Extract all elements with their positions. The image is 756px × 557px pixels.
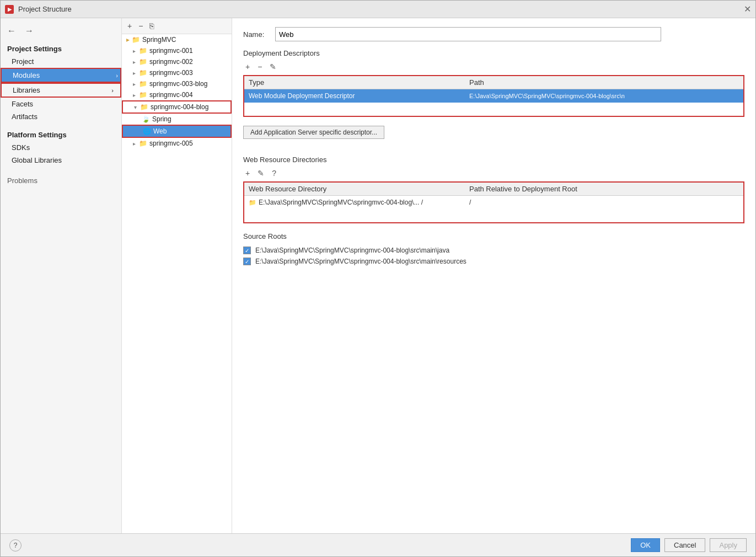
tree-add-button[interactable]: + [125, 20, 134, 31]
tree-copy-button[interactable]: ⎘ [147, 20, 156, 31]
folder-icon: ▸ [126, 36, 130, 44]
tree-item-springmvc-003[interactable]: ▸ 📁 springmvc-003 [122, 67, 232, 78]
wr-cell-path: / [465, 196, 743, 209]
arrow-icon: ▸ [133, 92, 136, 98]
tree-toolbar: + − ⎘ [122, 18, 232, 34]
tree-item-spring[interactable]: 🍃 Spring [122, 114, 232, 125]
web-resource-section: Web Resource Directories + ✎ ? Web Resou… [243, 156, 744, 223]
arrow-icon: ▸ [133, 70, 136, 76]
deployment-descriptors-table: Type Path Web Module Deployment Descript… [243, 75, 744, 117]
arrow-icon: ▾ [134, 104, 137, 110]
tree-content: ▸ 📁 SpringMVC ▸ 📁 springmvc-001 ▸ 📁 spri… [122, 34, 232, 533]
tree-panel: + − ⎘ ▸ 📁 SpringMVC ▸ 📁 springmvc-001 [122, 18, 232, 533]
sidebar-item-sdks[interactable]: SDKs [1, 141, 121, 154]
sidebar-item-facets[interactable]: Facets [1, 98, 121, 110]
apply-button[interactable]: Apply [710, 538, 747, 552]
spring-icon: 🍃 [142, 115, 150, 123]
folder-icon-001: 📁 [139, 47, 147, 55]
dd-cell-type: Web Module Deployment Descriptor [244, 89, 465, 103]
name-label: Name: [243, 30, 271, 39]
window-title: Project Structure [18, 5, 72, 13]
back-button[interactable]: ← [5, 25, 18, 37]
sidebar-item-problems[interactable]: Problems [1, 173, 121, 188]
dd-edit-button[interactable]: ✎ [267, 62, 278, 72]
source-roots-title: Source Roots [243, 232, 744, 240]
main-content: ← → Project Settings Project Modules › L… [1, 18, 755, 533]
tree-item-web[interactable]: 🌐 Web [122, 125, 232, 138]
tree-item-springmvc-005[interactable]: ▸ 📁 springmvc-005 [122, 138, 232, 149]
wr-cell-dir: 📁 E:\Java\SpringMVC\SpringMVC\springmvc-… [244, 196, 465, 209]
platform-settings-label: Platform Settings [1, 127, 121, 141]
dd-table-row[interactable]: Web Module Deployment Descriptor E:\Java… [244, 89, 743, 103]
source-root-checkbox-0[interactable]: ✓ [243, 247, 251, 254]
project-settings-label: Project Settings [1, 41, 121, 55]
bottom-bar: ? OK Cancel Apply [1, 533, 755, 556]
web-icon: 🌐 [143, 127, 151, 135]
cancel-button[interactable]: Cancel [664, 538, 705, 552]
dd-cell-path: E:\Java\SpringMVC\SpringMVC\springmvc-00… [465, 90, 743, 102]
dd-header-type: Type [244, 76, 465, 89]
close-button[interactable]: ✕ [744, 4, 751, 14]
content-panel: Name: Deployment Descriptors + − ✎ Type … [232, 18, 755, 533]
name-row: Name: [243, 27, 744, 41]
folder-icon-003: 📁 [139, 69, 147, 77]
dd-table-header: Type Path [244, 76, 743, 89]
add-server-button[interactable]: Add Application Server specific descript… [243, 126, 384, 139]
wr-header-path: Path Relative to Deployment Root [465, 183, 743, 195]
arrow-icon: ▸ [133, 48, 136, 54]
dd-header-path: Path [465, 76, 743, 89]
sidebar-item-artifacts[interactable]: Artifacts [1, 110, 121, 123]
sidebar-item-project[interactable]: Project [1, 55, 121, 68]
wr-add-button[interactable]: + [243, 168, 252, 178]
dd-toolbar: + − ✎ [243, 62, 744, 72]
source-root-item-1[interactable]: ✓ E:\Java\SpringMVC\SpringMVC\springmvc-… [243, 256, 744, 267]
wr-help-button[interactable]: ? [270, 168, 278, 178]
folder-icon-004-blog: 📁 [140, 103, 148, 111]
wr-edit-button[interactable]: ✎ [255, 168, 266, 178]
wr-toolbar: + ✎ ? [243, 168, 744, 178]
sidebar-nav-top: ← → [1, 23, 121, 39]
app-icon: ▶ [5, 5, 14, 14]
web-resource-title: Web Resource Directories [243, 156, 744, 164]
wr-table-row[interactable]: 📁 E:\Java\SpringMVC\SpringMVC\springmvc-… [244, 196, 743, 209]
tree-item-springmvc-003-blog[interactable]: ▸ 📁 springmvc-003-blog [122, 78, 232, 89]
sidebar: ← → Project Settings Project Modules › L… [1, 18, 122, 533]
folder-icon-002: 📁 [139, 58, 147, 66]
tree-item-springmvc-001[interactable]: ▸ 📁 springmvc-001 [122, 45, 232, 56]
dd-add-button[interactable]: + [243, 62, 252, 72]
arrow-icon: ▸ [133, 141, 136, 147]
dd-remove-button[interactable]: − [255, 62, 264, 72]
tree-item-springmvc[interactable]: ▸ 📁 SpringMVC [122, 34, 232, 45]
arrow-icon: ▸ [133, 59, 136, 65]
folder-icon-003-blog: 📁 [139, 80, 147, 88]
titlebar: ▶ Project Structure ✕ [1, 1, 755, 18]
sidebar-item-global-libraries[interactable]: Global Libraries [1, 154, 121, 167]
tree-item-springmvc-004[interactable]: ▸ 📁 springmvc-004 [122, 89, 232, 100]
sidebar-item-libraries[interactable]: Libraries › [1, 83, 121, 98]
help-button[interactable]: ? [9, 539, 22, 551]
source-roots-section: Source Roots ✓ E:\Java\SpringMVC\SpringM… [243, 232, 744, 267]
deployment-descriptors-title: Deployment Descriptors [243, 49, 744, 57]
dd-table-empty [244, 103, 743, 116]
folder-icon-005: 📁 [139, 140, 147, 147]
wr-table-empty [244, 209, 743, 222]
name-input[interactable] [275, 27, 661, 41]
wr-folder-icon: 📁 [249, 199, 256, 206]
source-root-checkbox-1[interactable]: ✓ [243, 258, 251, 265]
project-structure-window: ▶ Project Structure ✕ ← → Project Settin… [0, 0, 756, 557]
tree-item-springmvc-004-blog[interactable]: ▾ 📁 springmvc-004-blog [122, 100, 232, 114]
web-resource-table: Web Resource Directory Path Relative to … [243, 181, 744, 223]
sidebar-item-modules[interactable]: Modules › [1, 68, 121, 83]
folder-icon-springmvc: 📁 [132, 36, 140, 44]
arrow-icon: ▸ [133, 81, 136, 87]
source-root-item-0[interactable]: ✓ E:\Java\SpringMVC\SpringMVC\springmvc-… [243, 245, 744, 256]
tree-remove-button[interactable]: − [136, 20, 145, 31]
ok-button[interactable]: OK [631, 538, 660, 552]
forward-button[interactable]: → [23, 25, 36, 37]
tree-item-springmvc-002[interactable]: ▸ 📁 springmvc-002 [122, 56, 232, 67]
wr-table-header: Web Resource Directory Path Relative to … [244, 183, 743, 196]
folder-icon-004: 📁 [139, 91, 147, 99]
wr-header-dir: Web Resource Directory [244, 183, 465, 195]
